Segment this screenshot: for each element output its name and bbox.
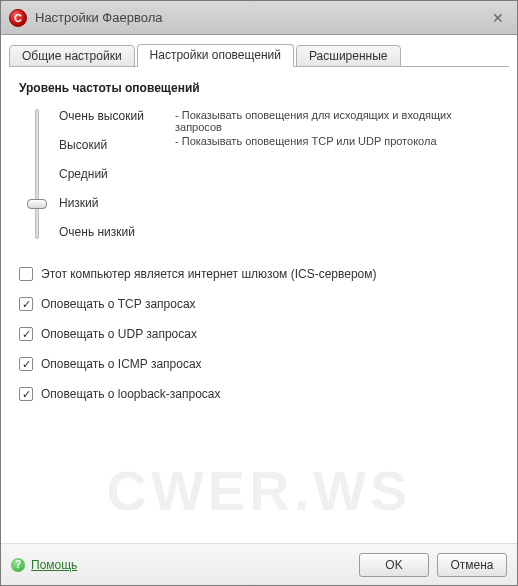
level-very-high[interactable]: Очень высокий (59, 109, 169, 123)
slider-column: Очень высокий Высокий Средний Низкий Оче… (19, 109, 169, 239)
level-high[interactable]: Высокий (59, 138, 169, 152)
tab-bar: Общие настройки Настройки оповещений Рас… (1, 35, 517, 67)
ok-button[interactable]: OK (359, 553, 429, 577)
app-logo-letter: C (14, 12, 22, 24)
ok-button-label: OK (385, 558, 402, 572)
tab-advanced-label: Расширенные (309, 49, 388, 63)
slider-track-wrap[interactable] (25, 109, 49, 239)
checkbox-tcp[interactable]: ✓ Оповещать о TCP запросах (19, 297, 499, 311)
tab-alerts-label: Настройки оповещений (150, 48, 281, 62)
checkbox-icmp-box[interactable]: ✓ (19, 357, 33, 371)
slider-thumb[interactable] (27, 199, 47, 209)
checkbox-icmp[interactable]: ✓ Оповещать о ICMP запросах (19, 357, 499, 371)
checkbox-loopback-box[interactable]: ✓ (19, 387, 33, 401)
level-low[interactable]: Низкий (59, 196, 169, 210)
checkbox-ics[interactable]: Этот компьютер является интернет шлюзом … (19, 267, 499, 281)
help-link[interactable]: ? Помощь (11, 558, 77, 572)
level-description-line2: - Показывать оповещения TCP или UDP прот… (175, 135, 499, 147)
checkbox-loopback[interactable]: ✓ Оповещать о loopback-запросах (19, 387, 499, 401)
content-pane: Уровень частоты оповещений Очень высокий… (1, 67, 517, 543)
checkbox-loopback-label: Оповещать о loopback-запросах (41, 387, 221, 401)
checkbox-udp-box[interactable]: ✓ (19, 327, 33, 341)
checkbox-icmp-label: Оповещать о ICMP запросах (41, 357, 202, 371)
slider-track (35, 109, 39, 239)
alert-level-row: Очень высокий Высокий Средний Низкий Оче… (19, 109, 499, 239)
checkbox-group: Этот компьютер является интернет шлюзом … (19, 267, 499, 401)
checkbox-ics-label: Этот компьютер является интернет шлюзом … (41, 267, 377, 281)
level-description: - Показывать оповещения для исходящих и … (169, 109, 499, 149)
footer: ? Помощь OK Отмена (1, 543, 517, 585)
checkbox-tcp-label: Оповещать о TCP запросах (41, 297, 196, 311)
watermark: CWER.WS (1, 458, 517, 523)
level-very-low[interactable]: Очень низкий (59, 225, 169, 239)
cancel-button[interactable]: Отмена (437, 553, 507, 577)
close-icon[interactable]: ✕ (487, 7, 509, 29)
checkbox-udp-label: Оповещать о UDP запросах (41, 327, 197, 341)
level-medium[interactable]: Средний (59, 167, 169, 181)
tab-general-label: Общие настройки (22, 49, 122, 63)
checkbox-udp[interactable]: ✓ Оповещать о UDP запросах (19, 327, 499, 341)
tab-alerts[interactable]: Настройки оповещений (137, 44, 294, 67)
cancel-button-label: Отмена (450, 558, 493, 572)
tab-advanced[interactable]: Расширенные (296, 45, 401, 67)
tab-general[interactable]: Общие настройки (9, 45, 135, 67)
window-title: Настройки Фаервола (35, 10, 487, 25)
section-title: Уровень частоты оповещений (19, 81, 499, 95)
help-icon: ? (11, 558, 25, 572)
slider-labels: Очень высокий Высокий Средний Низкий Оче… (49, 109, 169, 239)
level-description-line1: - Показывать оповещения для исходящих и … (175, 109, 499, 133)
checkbox-tcp-box[interactable]: ✓ (19, 297, 33, 311)
app-logo-icon: C (9, 9, 27, 27)
help-link-label[interactable]: Помощь (31, 558, 77, 572)
checkbox-ics-box[interactable] (19, 267, 33, 281)
title-bar: C Настройки Фаервола ✕ (1, 1, 517, 35)
